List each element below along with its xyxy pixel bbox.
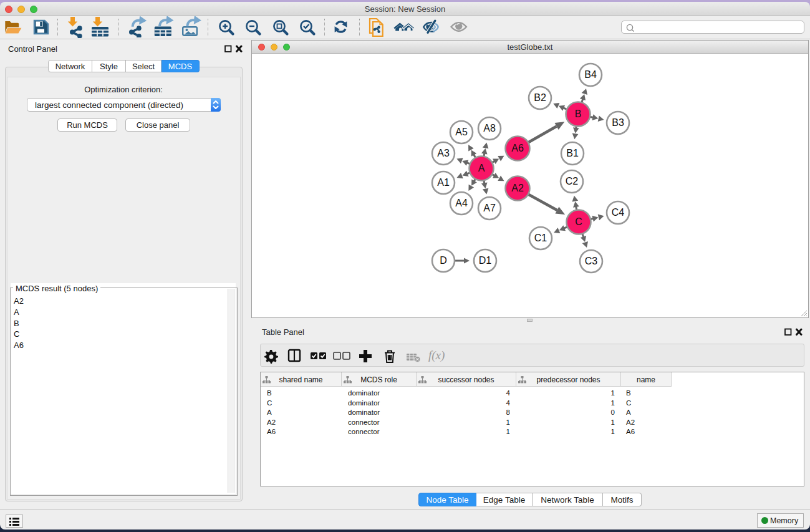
svg-text:A1: A1 [437, 177, 450, 188]
svg-text:A: A [478, 163, 485, 173]
svg-text:D1: D1 [479, 255, 492, 266]
svg-text:A6: A6 [511, 143, 524, 153]
svg-text:C2: C2 [566, 176, 579, 186]
svg-text:C: C [575, 216, 582, 227]
svg-text:A3: A3 [437, 148, 450, 158]
svg-text:D: D [440, 255, 447, 266]
svg-text:A7: A7 [483, 203, 496, 213]
svg-text:C4: C4 [612, 207, 625, 218]
svg-text:A2: A2 [511, 183, 524, 193]
svg-text:C3: C3 [585, 256, 598, 266]
svg-text:A4: A4 [455, 198, 468, 208]
svg-text:f(x): f(x) [428, 349, 445, 362]
svg-text:B4: B4 [584, 69, 597, 80]
svg-text:A8: A8 [483, 123, 496, 133]
svg-text:C1: C1 [534, 233, 547, 243]
svg-text:B: B [575, 109, 582, 119]
svg-text:A5: A5 [455, 127, 468, 137]
svg-text:B2: B2 [534, 92, 546, 103]
svg-text:B1: B1 [566, 148, 579, 158]
svg-text:B3: B3 [612, 117, 624, 128]
